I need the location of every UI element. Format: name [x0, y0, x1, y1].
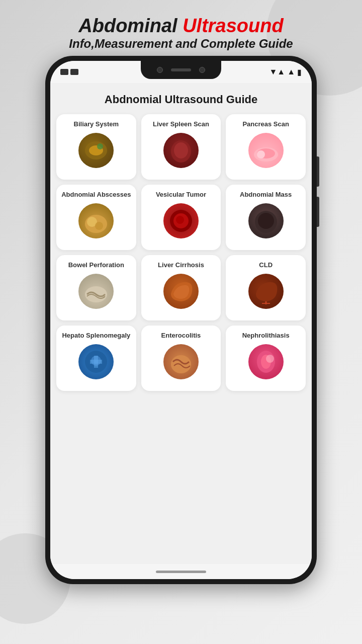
- icon-abdnomial-mass: [248, 203, 284, 238]
- svg-point-7: [257, 150, 265, 158]
- icon-hepato-splenomegaly: [78, 344, 114, 379]
- icon-cld: [248, 274, 284, 309]
- notch: [141, 61, 221, 79]
- signal-bar-2: [70, 69, 78, 75]
- bottom-bar: [50, 564, 312, 579]
- outer-background: Abdominal Ultrasound Info,Measurement an…: [0, 0, 362, 644]
- label-hepato-splenomegaly: Hepato Splenomegaly: [62, 332, 130, 340]
- icon-nephrolithiasis: [248, 344, 284, 379]
- phone-screen: ▼▲ ▲ ▮ Abdnomial Ultrasound Guide Biliar…: [50, 61, 312, 579]
- icon-abdnomial-abscesses: [78, 203, 114, 238]
- card-nephrolithiasis[interactable]: Nephrolithiasis: [226, 326, 306, 391]
- status-bar: ▼▲ ▲ ▮: [50, 61, 312, 83]
- icon-vesicular-tumor: [163, 203, 199, 238]
- icon-biliary-system: [78, 133, 114, 168]
- signal-icon: ▲: [287, 67, 295, 76]
- svg-rect-22: [90, 360, 102, 364]
- header-abdominal: Abdominal: [78, 15, 183, 36]
- icon-enterocolitis: [163, 344, 199, 379]
- card-cld[interactable]: CLD: [226, 255, 306, 320]
- svg-point-26: [266, 355, 274, 363]
- svg-point-15: [258, 213, 274, 229]
- svg-point-4: [174, 142, 188, 158]
- card-pancreas-scan[interactable]: Pancreas Scan: [226, 114, 306, 180]
- label-bowel-perforation: Bowel Perforation: [68, 261, 124, 270]
- header-subtitle: Info,Measurement and Complete Guide: [69, 37, 293, 51]
- header-line1: Abdominal Ultrasound: [69, 15, 293, 37]
- label-liver-cirrhosis: Liver Cirrhosis: [158, 261, 204, 270]
- label-cld: CLD: [259, 261, 273, 270]
- status-right: ▼▲ ▲ ▮: [269, 67, 302, 77]
- camera-left: [157, 67, 163, 73]
- icon-liver-spleen-scan: [163, 133, 199, 168]
- label-biliary-system: Biliary System: [74, 120, 119, 129]
- card-enterocolitis[interactable]: Enterocolitis: [141, 326, 221, 391]
- svg-point-23: [171, 355, 191, 373]
- label-abdnomial-abscesses: Abdnomial Abscesses: [61, 191, 131, 199]
- volume-up-button: [317, 156, 319, 187]
- label-nephrolithiasis: Nephrolithiasis: [242, 332, 290, 340]
- label-abdnomial-mass: Abdnomial Mass: [240, 191, 292, 199]
- header-ultrasound: Ultrasound: [183, 15, 284, 36]
- label-pancreas-scan: Pancreas Scan: [242, 120, 289, 129]
- card-vesicular-tumor[interactable]: Vesicular Tumor: [141, 185, 221, 250]
- battery-icon: ▮: [297, 67, 302, 77]
- wifi-icon: ▼▲: [269, 67, 285, 76]
- svg-point-2: [97, 143, 103, 149]
- label-liver-spleen-scan: Liver Spleen Scan: [153, 120, 209, 129]
- app-content: Abdnomial Ultrasound Guide Biliary Syste…: [50, 83, 312, 564]
- header-text: Abdominal Ultrasound Info,Measurement an…: [59, 0, 303, 56]
- volume-down-button: [317, 197, 319, 227]
- organ-grid: Biliary SystemLiver Spleen ScanPancreas …: [56, 114, 306, 391]
- card-liver-spleen-scan[interactable]: Liver Spleen Scan: [141, 114, 221, 180]
- card-abdnomial-mass[interactable]: Abdnomial Mass: [226, 185, 306, 250]
- home-indicator: [156, 571, 206, 573]
- card-abdnomial-abscesses[interactable]: Abdnomial Abscesses: [56, 185, 136, 250]
- icon-liver-cirrhosis: [163, 274, 199, 309]
- card-hepato-splenomegaly[interactable]: Hepato Splenomegaly: [56, 326, 136, 391]
- camera-right: [199, 67, 205, 73]
- card-liver-cirrhosis[interactable]: Liver Cirrhosis: [141, 255, 221, 320]
- label-enterocolitis: Enterocolitis: [161, 332, 201, 340]
- app-title: Abdnomial Ultrasound Guide: [56, 93, 306, 106]
- phone-frame: ▼▲ ▲ ▮ Abdnomial Ultrasound Guide Biliar…: [45, 56, 317, 584]
- icon-pancreas-scan: [248, 133, 284, 168]
- card-bowel-perforation[interactable]: Bowel Perforation: [56, 255, 136, 320]
- icon-bowel-perforation: [78, 274, 114, 309]
- card-biliary-system[interactable]: Biliary System: [56, 114, 136, 180]
- signal-bar-1: [60, 69, 68, 75]
- svg-point-13: [176, 216, 184, 224]
- svg-point-10: [95, 222, 103, 230]
- notch-bar: [171, 68, 191, 71]
- status-left: [60, 69, 78, 75]
- label-vesicular-tumor: Vesicular Tumor: [156, 191, 206, 199]
